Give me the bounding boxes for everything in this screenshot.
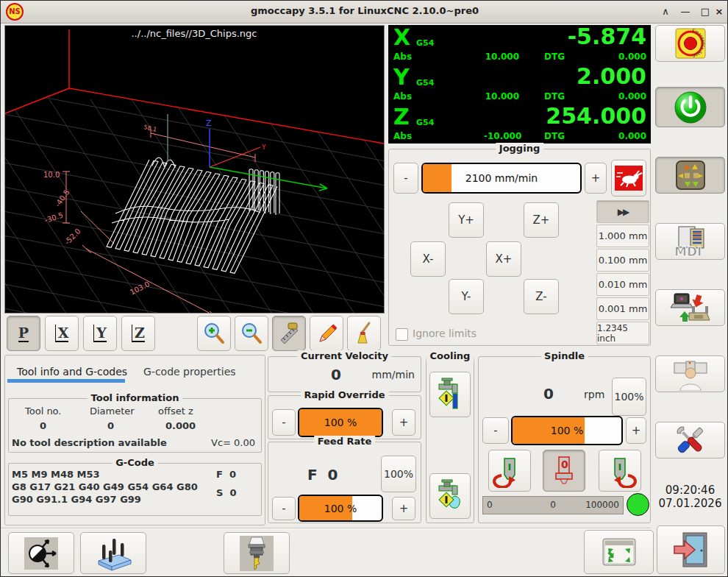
spindle-reset-button[interactable]: 100%	[612, 378, 646, 416]
exit-button[interactable]	[657, 525, 725, 574]
gremlin-preview[interactable]: ../../nc_files//3D_Chips.ngc 10.0 -40.5 …	[4, 25, 385, 314]
manual-mode-button[interactable]	[655, 157, 725, 194]
plus-label: +	[399, 502, 409, 515]
tool-change-button[interactable]	[224, 532, 290, 574]
fullscreen-button[interactable]	[584, 530, 654, 574]
auto-mode-button[interactable]	[655, 289, 725, 326]
draw-path-button[interactable]	[310, 316, 343, 351]
x-view-letter: X	[55, 325, 69, 342]
jog-speed-plus-button[interactable]: +	[585, 163, 607, 194]
jog-speed-slider[interactable]: 2100 mm/min	[421, 163, 582, 194]
settings-button[interactable]	[655, 422, 725, 459]
feed-rate-slider[interactable]: 100 %	[298, 495, 383, 522]
close-window-button[interactable]: ×	[711, 4, 727, 20]
jogging-frame-title: Jogging	[496, 143, 543, 154]
increment-0001mm-button[interactable]: 0.001 mm	[596, 297, 649, 320]
toggle-dimensions-button[interactable]	[272, 316, 306, 351]
svg-text:10.0: 10.0	[43, 171, 60, 179]
zoom-in-button[interactable]	[197, 316, 231, 351]
increment-label: 1.2345 inch	[597, 323, 649, 344]
s-word: S 0	[216, 487, 236, 498]
zoom-in-icon	[201, 321, 226, 346]
user-settings-button[interactable]	[655, 355, 725, 392]
jog-x-minus-button[interactable]: X-	[410, 241, 446, 277]
spindle-minus-button[interactable]: -	[482, 417, 509, 444]
tab-gcode-properties[interactable]: G-code properties	[143, 366, 236, 378]
view-perspective-button[interactable]: P	[7, 316, 40, 351]
plus-label: +	[399, 416, 409, 429]
jog-z-plus-button[interactable]: Z+	[524, 202, 559, 238]
touch-off-button[interactable]	[8, 532, 74, 574]
dro-row-z[interactable]: Z G54 254.000 Abs -10.000 DTG 0.000	[388, 105, 651, 144]
spindle-cw-button[interactable]: I	[599, 450, 641, 492]
dro-row-y[interactable]: Y G54 2.000 Abs 10.000 DTG 0.000	[388, 65, 651, 104]
ignore-limits-checkbox[interactable]	[396, 328, 408, 341]
axis-value: -5.874	[568, 25, 646, 49]
clear-plot-button[interactable]	[347, 316, 381, 351]
increment-1mm-button[interactable]: 1.000 mm	[596, 224, 649, 247]
clock-date: 07.01.2026	[655, 497, 725, 510]
increment-continuous-button[interactable]: ▶▶	[596, 200, 649, 223]
minimize-window-button[interactable]: —	[677, 4, 693, 20]
spindle-left-icon: I	[493, 454, 527, 488]
jog-fast-toggle-button[interactable]	[611, 160, 646, 197]
view-x-button[interactable]: X	[45, 316, 79, 351]
fast-forward-icon: ▶▶	[618, 207, 628, 217]
svg-text:-52.0: -52.0	[63, 227, 82, 246]
svg-text:-40.5: -40.5	[54, 188, 71, 209]
jog-y-plus-button[interactable]: Y+	[449, 202, 484, 238]
jog-label: Z-	[535, 290, 546, 303]
feed-reset-button[interactable]: 100%	[381, 456, 416, 492]
increment-label: 0.010 mm	[599, 279, 648, 290]
mdi-mode-button[interactable]: MDI	[655, 223, 725, 260]
view-z-button[interactable]: Z	[121, 316, 155, 351]
dro-panel[interactable]: X G54 -5.874 Abs 10.000 DTG 0.000 Y G54 …	[388, 25, 651, 144]
bar-value: 0	[550, 500, 556, 510]
spindle-stop-button[interactable]: 0	[543, 450, 585, 492]
jog-speed-minus-button[interactable]: -	[393, 163, 418, 194]
emergency-stop-icon: Emergency-Stop	[674, 27, 707, 60]
power-icon	[673, 90, 708, 125]
increment-001mm-button[interactable]: 0.010 mm	[596, 273, 649, 296]
estop-button[interactable]: Emergency-Stop	[655, 25, 725, 62]
jog-z-minus-button[interactable]: Z-	[524, 279, 559, 314]
rapid-plus-button[interactable]: +	[392, 409, 415, 436]
rapid-override-slider[interactable]: 100 %	[298, 408, 383, 437]
jog-label: X-	[423, 252, 434, 266]
shade-window-button[interactable]: ∧	[657, 4, 674, 20]
increment-01mm-button[interactable]: 0.100 mm	[596, 249, 649, 272]
abs-value: 10.000	[484, 52, 519, 62]
increment-inch-button[interactable]: 1.2345 inch	[596, 322, 649, 344]
gcode-line: G8 G17 G21 G40 G49 G54 G64 G80	[12, 481, 198, 492]
touch-plate-button[interactable]	[80, 532, 146, 574]
current-velocity-frame: Current Velocity 0 mm/min	[268, 356, 421, 392]
spindle-plus-button[interactable]: +	[626, 417, 646, 444]
jog-y-minus-button[interactable]: Y-	[449, 279, 484, 314]
zoom-out-button[interactable]	[235, 316, 268, 351]
feed-minus-button[interactable]: -	[272, 497, 296, 520]
tool-no-header: Tool no.	[25, 406, 61, 417]
minus-label: -	[493, 424, 497, 437]
offset-z-header: offset z	[158, 406, 193, 417]
svg-text:MDI: MDI	[674, 244, 702, 258]
spindle-override-value: 100 %	[551, 425, 583, 436]
feed-reset-label: 100%	[384, 468, 413, 480]
coord-system: G54	[416, 118, 434, 127]
view-y-button[interactable]: Y	[83, 316, 117, 351]
jog-label: Y+	[458, 213, 474, 227]
rapid-minus-button[interactable]: -	[272, 409, 296, 436]
jog-x-plus-button[interactable]: X+	[486, 241, 521, 277]
spindle-ccw-button[interactable]: I	[488, 450, 531, 492]
tool-description: No tool description available	[12, 437, 167, 448]
broom-icon	[351, 321, 377, 346]
tab-tool-info[interactable]: Tool info and G-codes	[17, 366, 127, 378]
machine-on-button[interactable]	[655, 87, 725, 127]
feed-plus-button[interactable]: +	[392, 497, 415, 520]
abs-label: Abs	[393, 52, 412, 62]
flood-coolant-button[interactable]	[429, 372, 471, 417]
mist-coolant-button[interactable]	[429, 473, 471, 519]
dro-row-x[interactable]: X G54 -5.874 Abs 10.000 DTG 0.000	[388, 25, 651, 64]
clock-time: 09:20:46	[655, 484, 725, 497]
gcode-frame-title: G-Code	[112, 457, 158, 468]
spindle-override-slider[interactable]: 100 %	[511, 416, 623, 445]
